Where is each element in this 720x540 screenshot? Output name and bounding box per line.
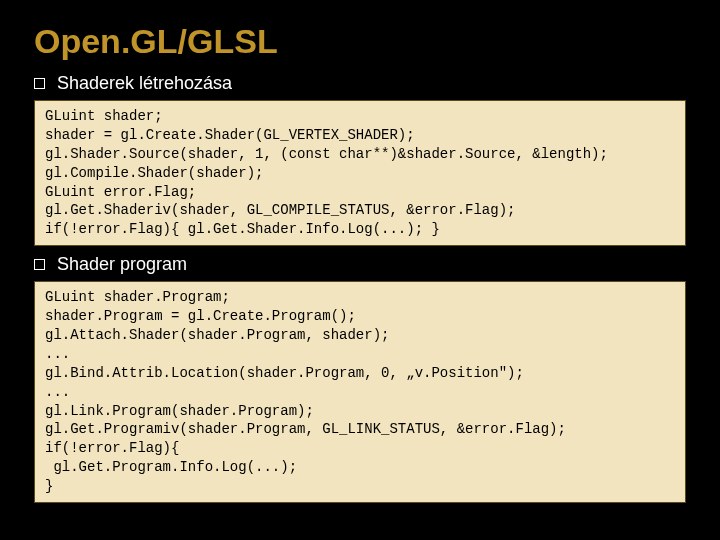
- section-shaders: Shaderek létrehozása GLuint shader; shad…: [0, 67, 720, 248]
- code-block-shaders: GLuint shader; shader = gl.Create.Shader…: [34, 100, 686, 246]
- section-heading: Shaderek létrehozása: [57, 73, 232, 94]
- section-program: Shader program GLuint shader.Program; sh…: [0, 248, 720, 505]
- section-heading: Shader program: [57, 254, 187, 275]
- code-block-program: GLuint shader.Program; shader.Program = …: [34, 281, 686, 503]
- bullet-icon: [34, 259, 45, 270]
- bullet-icon: [34, 78, 45, 89]
- bullet-row: Shader program: [34, 248, 686, 279]
- slide-title: Open.GL/GLSL: [0, 0, 720, 67]
- bullet-row: Shaderek létrehozása: [34, 67, 686, 98]
- slide: Open.GL/GLSL Shaderek létrehozása GLuint…: [0, 0, 720, 540]
